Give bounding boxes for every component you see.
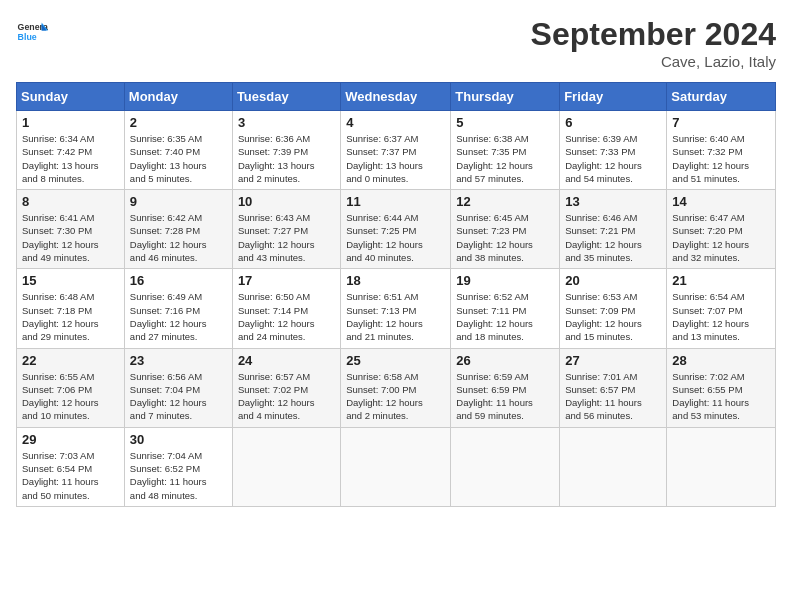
calendar-cell: 11Sunrise: 6:44 AM Sunset: 7:25 PM Dayli… xyxy=(341,190,451,269)
day-number: 4 xyxy=(346,115,445,130)
day-info: Sunrise: 6:47 AM Sunset: 7:20 PM Dayligh… xyxy=(672,211,770,264)
day-number: 6 xyxy=(565,115,661,130)
day-info: Sunrise: 6:59 AM Sunset: 6:59 PM Dayligh… xyxy=(456,370,554,423)
calendar-week-row: 22Sunrise: 6:55 AM Sunset: 7:06 PM Dayli… xyxy=(17,348,776,427)
calendar-cell: 4Sunrise: 6:37 AM Sunset: 7:37 PM Daylig… xyxy=(341,111,451,190)
day-info: Sunrise: 7:02 AM Sunset: 6:55 PM Dayligh… xyxy=(672,370,770,423)
day-of-week-header: Thursday xyxy=(451,83,560,111)
calendar-cell: 19Sunrise: 6:52 AM Sunset: 7:11 PM Dayli… xyxy=(451,269,560,348)
day-info: Sunrise: 7:01 AM Sunset: 6:57 PM Dayligh… xyxy=(565,370,661,423)
day-number: 30 xyxy=(130,432,227,447)
calendar-cell xyxy=(341,427,451,506)
day-number: 28 xyxy=(672,353,770,368)
day-number: 19 xyxy=(456,273,554,288)
day-number: 10 xyxy=(238,194,335,209)
day-number: 20 xyxy=(565,273,661,288)
calendar-cell: 14Sunrise: 6:47 AM Sunset: 7:20 PM Dayli… xyxy=(667,190,776,269)
calendar-cell: 22Sunrise: 6:55 AM Sunset: 7:06 PM Dayli… xyxy=(17,348,125,427)
title-block: September 2024 Cave, Lazio, Italy xyxy=(531,16,776,70)
calendar-cell xyxy=(560,427,667,506)
calendar-cell: 27Sunrise: 7:01 AM Sunset: 6:57 PM Dayli… xyxy=(560,348,667,427)
logo: General Blue xyxy=(16,16,48,48)
calendar-cell: 24Sunrise: 6:57 AM Sunset: 7:02 PM Dayli… xyxy=(232,348,340,427)
calendar-cell: 25Sunrise: 6:58 AM Sunset: 7:00 PM Dayli… xyxy=(341,348,451,427)
calendar-cell: 21Sunrise: 6:54 AM Sunset: 7:07 PM Dayli… xyxy=(667,269,776,348)
day-number: 22 xyxy=(22,353,119,368)
calendar-cell: 7Sunrise: 6:40 AM Sunset: 7:32 PM Daylig… xyxy=(667,111,776,190)
day-info: Sunrise: 6:44 AM Sunset: 7:25 PM Dayligh… xyxy=(346,211,445,264)
day-info: Sunrise: 6:42 AM Sunset: 7:28 PM Dayligh… xyxy=(130,211,227,264)
day-number: 7 xyxy=(672,115,770,130)
calendar-cell: 2Sunrise: 6:35 AM Sunset: 7:40 PM Daylig… xyxy=(124,111,232,190)
day-number: 11 xyxy=(346,194,445,209)
day-info: Sunrise: 6:54 AM Sunset: 7:07 PM Dayligh… xyxy=(672,290,770,343)
day-number: 21 xyxy=(672,273,770,288)
calendar-cell: 6Sunrise: 6:39 AM Sunset: 7:33 PM Daylig… xyxy=(560,111,667,190)
logo-icon: General Blue xyxy=(16,16,48,48)
calendar-cell xyxy=(451,427,560,506)
calendar-week-row: 29Sunrise: 7:03 AM Sunset: 6:54 PM Dayli… xyxy=(17,427,776,506)
day-info: Sunrise: 6:40 AM Sunset: 7:32 PM Dayligh… xyxy=(672,132,770,185)
day-info: Sunrise: 6:51 AM Sunset: 7:13 PM Dayligh… xyxy=(346,290,445,343)
day-number: 5 xyxy=(456,115,554,130)
day-number: 9 xyxy=(130,194,227,209)
day-info: Sunrise: 6:36 AM Sunset: 7:39 PM Dayligh… xyxy=(238,132,335,185)
day-number: 24 xyxy=(238,353,335,368)
day-info: Sunrise: 6:39 AM Sunset: 7:33 PM Dayligh… xyxy=(565,132,661,185)
day-info: Sunrise: 6:58 AM Sunset: 7:00 PM Dayligh… xyxy=(346,370,445,423)
day-number: 16 xyxy=(130,273,227,288)
calendar-cell xyxy=(667,427,776,506)
calendar-cell: 3Sunrise: 6:36 AM Sunset: 7:39 PM Daylig… xyxy=(232,111,340,190)
calendar-cell xyxy=(232,427,340,506)
day-info: Sunrise: 6:57 AM Sunset: 7:02 PM Dayligh… xyxy=(238,370,335,423)
day-info: Sunrise: 6:53 AM Sunset: 7:09 PM Dayligh… xyxy=(565,290,661,343)
day-info: Sunrise: 6:49 AM Sunset: 7:16 PM Dayligh… xyxy=(130,290,227,343)
day-info: Sunrise: 6:56 AM Sunset: 7:04 PM Dayligh… xyxy=(130,370,227,423)
calendar-cell: 15Sunrise: 6:48 AM Sunset: 7:18 PM Dayli… xyxy=(17,269,125,348)
day-number: 26 xyxy=(456,353,554,368)
day-number: 25 xyxy=(346,353,445,368)
day-of-week-header: Friday xyxy=(560,83,667,111)
location: Cave, Lazio, Italy xyxy=(531,53,776,70)
day-info: Sunrise: 7:04 AM Sunset: 6:52 PM Dayligh… xyxy=(130,449,227,502)
calendar-cell: 30Sunrise: 7:04 AM Sunset: 6:52 PM Dayli… xyxy=(124,427,232,506)
day-number: 15 xyxy=(22,273,119,288)
day-info: Sunrise: 6:41 AM Sunset: 7:30 PM Dayligh… xyxy=(22,211,119,264)
day-number: 29 xyxy=(22,432,119,447)
day-of-week-header: Tuesday xyxy=(232,83,340,111)
calendar-table: SundayMondayTuesdayWednesdayThursdayFrid… xyxy=(16,82,776,507)
day-info: Sunrise: 6:35 AM Sunset: 7:40 PM Dayligh… xyxy=(130,132,227,185)
calendar-cell: 17Sunrise: 6:50 AM Sunset: 7:14 PM Dayli… xyxy=(232,269,340,348)
day-number: 18 xyxy=(346,273,445,288)
day-info: Sunrise: 7:03 AM Sunset: 6:54 PM Dayligh… xyxy=(22,449,119,502)
calendar-cell: 16Sunrise: 6:49 AM Sunset: 7:16 PM Dayli… xyxy=(124,269,232,348)
page-header: General Blue September 2024 Cave, Lazio,… xyxy=(16,16,776,70)
calendar-cell: 5Sunrise: 6:38 AM Sunset: 7:35 PM Daylig… xyxy=(451,111,560,190)
calendar-cell: 20Sunrise: 6:53 AM Sunset: 7:09 PM Dayli… xyxy=(560,269,667,348)
day-of-week-header: Saturday xyxy=(667,83,776,111)
day-number: 27 xyxy=(565,353,661,368)
calendar-cell: 1Sunrise: 6:34 AM Sunset: 7:42 PM Daylig… xyxy=(17,111,125,190)
svg-text:Blue: Blue xyxy=(18,32,37,42)
day-number: 23 xyxy=(130,353,227,368)
day-info: Sunrise: 6:55 AM Sunset: 7:06 PM Dayligh… xyxy=(22,370,119,423)
day-number: 17 xyxy=(238,273,335,288)
day-info: Sunrise: 6:37 AM Sunset: 7:37 PM Dayligh… xyxy=(346,132,445,185)
calendar-cell: 10Sunrise: 6:43 AM Sunset: 7:27 PM Dayli… xyxy=(232,190,340,269)
day-number: 3 xyxy=(238,115,335,130)
day-info: Sunrise: 6:52 AM Sunset: 7:11 PM Dayligh… xyxy=(456,290,554,343)
day-info: Sunrise: 6:34 AM Sunset: 7:42 PM Dayligh… xyxy=(22,132,119,185)
calendar-cell: 26Sunrise: 6:59 AM Sunset: 6:59 PM Dayli… xyxy=(451,348,560,427)
day-number: 2 xyxy=(130,115,227,130)
calendar-week-row: 1Sunrise: 6:34 AM Sunset: 7:42 PM Daylig… xyxy=(17,111,776,190)
calendar-cell: 23Sunrise: 6:56 AM Sunset: 7:04 PM Dayli… xyxy=(124,348,232,427)
day-info: Sunrise: 6:46 AM Sunset: 7:21 PM Dayligh… xyxy=(565,211,661,264)
day-number: 8 xyxy=(22,194,119,209)
day-number: 13 xyxy=(565,194,661,209)
day-of-week-header: Sunday xyxy=(17,83,125,111)
calendar-cell: 13Sunrise: 6:46 AM Sunset: 7:21 PM Dayli… xyxy=(560,190,667,269)
day-number: 1 xyxy=(22,115,119,130)
day-info: Sunrise: 6:45 AM Sunset: 7:23 PM Dayligh… xyxy=(456,211,554,264)
day-info: Sunrise: 6:50 AM Sunset: 7:14 PM Dayligh… xyxy=(238,290,335,343)
calendar-cell: 29Sunrise: 7:03 AM Sunset: 6:54 PM Dayli… xyxy=(17,427,125,506)
